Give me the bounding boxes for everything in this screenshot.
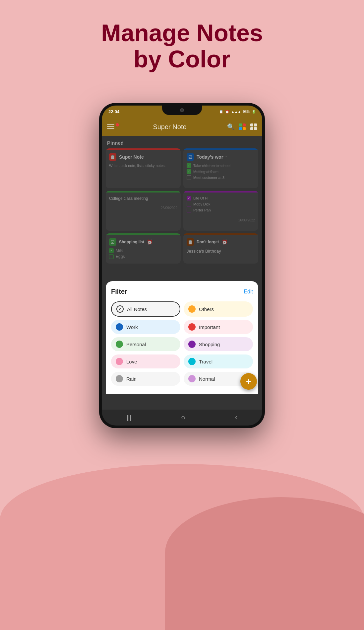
notch [162,106,202,115]
filter-modal: Filter Edit ⊘ All Notes Others [106,281,258,394]
shopping-dot [188,341,196,348]
app-header: Super Note 🔍 [102,118,262,136]
filter-label: Personal [126,342,146,347]
nav-back[interactable]: ‹ [235,413,237,422]
grid-view-icon[interactable] [250,123,257,130]
menu-icon[interactable] [107,124,114,129]
filter-all-notes[interactable]: ⊘ All Notes [111,301,180,317]
filter-label: Others [199,306,214,312]
filter-label: All Notes [127,306,147,312]
personal-dot [116,341,123,348]
filter-work[interactable]: Work [111,320,180,334]
important-dot [188,323,196,331]
filter-label: Normal [199,376,215,382]
app-content: Pinned 📋 Super Note Write quick note, li… [102,136,262,410]
normal-dot [188,375,196,382]
app-title: Super Note [116,123,223,131]
filter-travel[interactable]: Travel [184,354,253,368]
filter-header: Filter Edit [111,288,253,295]
love-dot [116,358,123,365]
others-dot [188,305,196,313]
work-dot [116,323,123,331]
filter-title: Filter [111,288,127,295]
camera [180,108,184,112]
filter-label: Rain [126,376,137,382]
filter-personal[interactable]: Personal [111,337,180,351]
filter-label: Love [126,359,137,364]
header-icons: 🔍 [227,123,257,130]
search-icon[interactable]: 🔍 [227,123,234,130]
all-notes-icon: ⊘ [116,305,124,313]
filter-important[interactable]: Important [184,320,253,334]
phone-frame: 22:04 📋 ⏰ ▲▲▲ 98% 🔋 Super Note 🔍 [99,103,265,428]
filter-grid: ⊘ All Notes Others Work [111,301,253,386]
travel-dot [188,358,196,365]
color-filter-icon[interactable] [239,123,246,130]
status-time: 22:04 [108,109,119,114]
fab-add-button[interactable]: + [240,373,257,390]
bottom-nav: ||| ○ ‹ [102,410,262,426]
nav-recents[interactable]: ||| [127,414,131,421]
filter-shopping[interactable]: Shopping [184,337,253,351]
filter-edit-button[interactable]: Edit [244,289,253,295]
filter-others[interactable]: Others [184,301,253,317]
filter-label: Important [199,324,220,330]
nav-home[interactable]: ○ [181,413,185,422]
filter-rain[interactable]: Rain [111,372,180,386]
status-icons: 📋 ⏰ ▲▲▲ 98% 🔋 [219,110,256,114]
filter-label: Travel [199,359,212,364]
rain-dot [116,375,123,382]
filter-label: Work [126,324,138,330]
page-title: Manage Notes by Color [0,20,364,72]
filter-label: Shopping [199,342,220,347]
filter-love[interactable]: Love [111,354,180,368]
